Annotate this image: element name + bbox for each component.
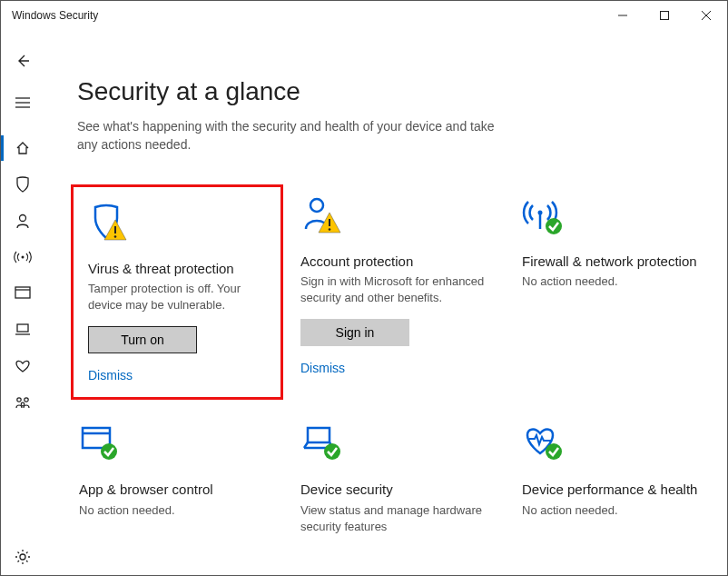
- gear-icon: [15, 549, 31, 565]
- titlebar: Windows Security: [1, 1, 727, 30]
- svg-rect-27: [308, 428, 330, 442]
- svg-rect-9: [15, 287, 30, 298]
- family-icon: [14, 395, 32, 410]
- card-account[interactable]: Account protection Sign in with Microsof…: [299, 191, 498, 394]
- svg-point-26: [101, 443, 117, 460]
- sidebar-item-appbrowser[interactable]: [1, 275, 44, 312]
- sidebar-item-firewall[interactable]: [1, 239, 44, 275]
- heart-icon: [14, 359, 32, 373]
- card-desc: No action needed.: [522, 502, 718, 519]
- svg-point-17: [114, 235, 117, 238]
- minimize-button[interactable]: [602, 1, 644, 30]
- card-virus[interactable]: Virus & threat protection Tamper protect…: [77, 191, 277, 394]
- heart-check-icon: [522, 422, 718, 468]
- window-check-icon: [79, 422, 275, 468]
- sidebar-item-devicesec[interactable]: [1, 312, 44, 348]
- card-title: Device security: [300, 481, 497, 499]
- sidebar-item-family[interactable]: [1, 384, 44, 421]
- sidebar-item-home[interactable]: [1, 130, 44, 166]
- dismiss-link[interactable]: Dismiss: [300, 361, 497, 375]
- svg-point-13: [25, 398, 28, 402]
- card-devicesec[interactable]: Device security View status and manage h…: [299, 419, 498, 551]
- card-desc: View status and manage hardware security…: [300, 502, 497, 535]
- card-desc: No action needed.: [522, 273, 718, 290]
- maximize-button[interactable]: [644, 1, 685, 30]
- svg-rect-1: [661, 12, 669, 20]
- close-button[interactable]: [685, 1, 727, 30]
- svg-point-7: [20, 215, 26, 222]
- window-controls: [602, 1, 727, 30]
- svg-point-28: [324, 443, 340, 460]
- svg-point-23: [546, 218, 562, 234]
- antenna-icon: [14, 249, 32, 265]
- window-icon: [15, 286, 31, 301]
- dismiss-link[interactable]: Dismiss: [88, 368, 266, 382]
- person-warning-icon: [300, 194, 497, 240]
- card-desc: No action needed.: [79, 502, 275, 519]
- svg-rect-11: [17, 324, 28, 332]
- content: Security at a glance See what's happenin…: [44, 30, 727, 575]
- svg-point-20: [329, 228, 331, 231]
- card-desc: Sign in with Microsoft for enhanced secu…: [300, 273, 497, 306]
- card-title: Account protection: [300, 253, 497, 271]
- page-subtitle: See what's happening with the security a…: [77, 117, 495, 154]
- svg-point-29: [546, 443, 562, 460]
- menu-button[interactable]: [1, 84, 44, 121]
- svg-point-14: [21, 402, 25, 406]
- page-title: Security at a glance: [77, 77, 694, 106]
- svg-point-21: [538, 210, 543, 214]
- svg-point-18: [310, 199, 323, 212]
- laptop-icon: [15, 323, 31, 337]
- shield-icon: [15, 175, 31, 194]
- home-icon: [15, 140, 31, 156]
- card-desc: Tamper protection is off. Your device ma…: [88, 281, 266, 313]
- sidebar-item-performance[interactable]: [1, 348, 44, 384]
- card-performance[interactable]: Device performance & health No action ne…: [520, 419, 720, 551]
- sidebar-item-virus[interactable]: [1, 166, 44, 203]
- svg-point-15: [20, 554, 25, 560]
- svg-point-8: [22, 256, 25, 259]
- person-icon: [15, 213, 31, 229]
- antenna-check-icon: [522, 194, 718, 240]
- card-firewall[interactable]: Firewall & network protection No action …: [520, 191, 720, 394]
- sidebar-item-settings[interactable]: [1, 539, 44, 575]
- window-title: Windows Security: [12, 9, 98, 22]
- svg-point-12: [17, 398, 21, 402]
- shield-warning-icon: [88, 202, 266, 247]
- card-title: Virus & threat protection: [88, 260, 266, 278]
- card-title: App & browser control: [79, 481, 275, 499]
- sign-in-button[interactable]: Sign in: [300, 319, 409, 346]
- laptop-check-icon: [300, 422, 497, 468]
- card-title: Device performance & health: [522, 481, 718, 499]
- card-grid: Virus & threat protection Tamper protect…: [77, 191, 694, 552]
- sidebar: [1, 30, 44, 575]
- card-appbrowser[interactable]: App & browser control No action needed.: [77, 419, 277, 551]
- turn-on-button[interactable]: Turn on: [88, 326, 197, 353]
- sidebar-item-account[interactable]: [1, 203, 44, 239]
- back-button[interactable]: [1, 43, 44, 79]
- card-title: Firewall & network protection: [522, 253, 718, 271]
